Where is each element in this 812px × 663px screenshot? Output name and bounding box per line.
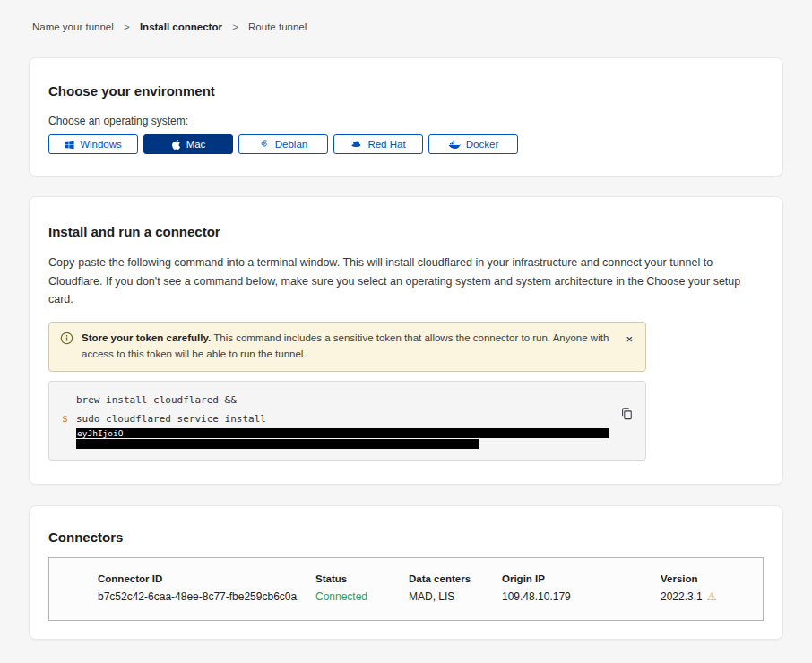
breadcrumb-separator: > [232,22,238,32]
cell-connector-id: b7c52c42-6caa-48ee-8c77-fbe259cb6c0a [98,590,315,603]
environment-card-title: Choose your environment [48,83,764,99]
os-button-debian[interactable]: Debian [238,134,328,154]
breadcrumb-route-tunnel[interactable]: Route tunnel [248,22,307,32]
connectors-card-title: Connectors [48,530,764,545]
environment-card: Choose your environment Choose an operat… [29,57,783,177]
os-button-mac[interactable]: Mac [143,134,233,154]
token-warning-banner: Store your token carefully. This command… [48,322,646,372]
apple-icon [171,139,181,151]
cell-status: Connected [315,590,409,603]
tunnel-setup-page: Name your tunnel > Install connector > R… [0,0,812,663]
os-button-redhat[interactable]: Red Hat [333,134,423,154]
os-button-label: Red Hat [367,139,405,150]
cell-origin-ip: 109.48.10.179 [502,590,661,603]
token-warning-bold: Store your token carefully. [82,332,211,343]
table-row: b7c52c42-6caa-48ee-8c77-fbe259cb6c0a Con… [98,590,763,603]
connectors-card: Connectors Connector ID Status Data cent… [29,505,783,640]
version-value: 2022.3.1 [661,590,703,603]
cell-data-centers: MAD, LIS [409,590,502,603]
breadcrumb-install-connector[interactable]: Install connector [140,22,222,32]
header-connector-id: Connector ID [98,573,315,584]
connectors-table-header: Connector ID Status Data centers Origin … [98,573,763,584]
header-data-centers: Data centers [409,573,502,584]
cell-version: 2022.3.1⚠ [661,590,763,603]
token-warning-text: Store your token carefully. This command… [82,331,616,363]
breadcrumb-name-your-tunnel[interactable]: Name your tunnel [32,22,114,32]
os-button-row: Windows Mac Debian Red Hat [48,134,764,154]
breadcrumb: Name your tunnel > Install connector > R… [0,0,812,32]
install-command-code-block: brew install cloudflared && $ sudo cloud… [48,381,646,461]
header-status: Status [315,573,409,584]
header-version: Version [661,573,763,584]
token-redaction-bar: eyJhIjoiO [76,428,609,438]
windows-icon [65,140,74,150]
header-origin-ip: Origin IP [502,573,661,584]
info-circle-icon [60,332,73,349]
install-card-title: Install and run a connector [48,224,764,239]
breadcrumb-separator: > [124,22,130,32]
os-button-label: Docker [466,139,498,150]
code-line-brew: brew install cloudflared && [76,391,633,409]
shell-prompt: $ [62,409,76,428]
code-lines: brew install cloudflared && $ sudo cloud… [62,391,633,449]
os-button-label: Mac [186,139,206,150]
os-button-label: Windows [80,139,122,150]
warning-triangle-icon: ⚠ [707,590,717,603]
connectors-table: Connector ID Status Data centers Origin … [48,557,764,621]
token-prefix: eyJhIjoiO [76,428,123,438]
os-button-windows[interactable]: Windows [48,134,138,154]
token-redaction-bar [76,439,479,449]
redhat-icon [350,140,362,150]
install-description: Copy-paste the following command into a … [48,254,764,309]
copy-icon[interactable] [618,405,635,425]
close-icon[interactable]: × [624,333,635,345]
install-connector-card: Install and run a connector Copy-paste t… [29,196,783,485]
os-button-docker[interactable]: Docker [428,134,518,154]
token-line: eyJhIjoiO [76,428,633,449]
docker-icon [448,140,461,150]
os-select-label: Choose an operating system: [48,115,764,127]
code-prompt-spacer [62,391,76,409]
code-line-service-install: sudo cloudflared service install [76,409,633,428]
debian-icon [259,139,270,150]
os-button-label: Debian [275,139,307,150]
